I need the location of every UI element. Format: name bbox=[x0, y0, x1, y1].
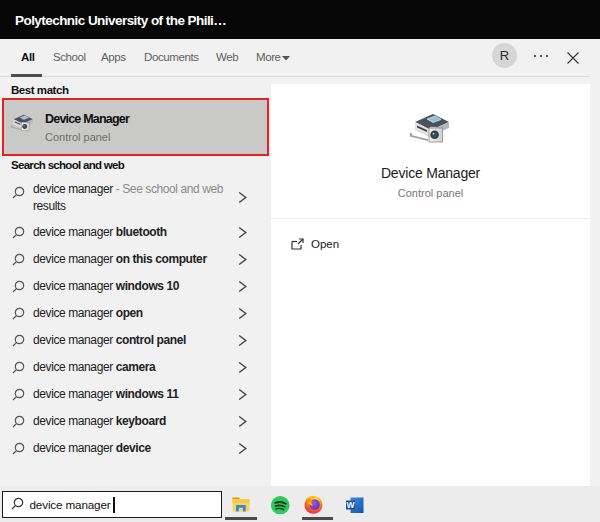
svg-text:W: W bbox=[346, 500, 355, 510]
